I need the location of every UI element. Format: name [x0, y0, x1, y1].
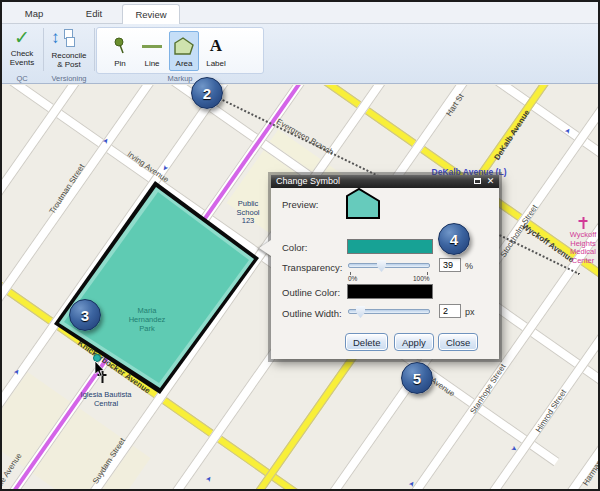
callout-badge-3: 3 — [69, 299, 101, 331]
group-label-markup: Markup — [96, 74, 264, 83]
reconcile-post-label: Reconcile & Post — [45, 51, 93, 69]
transparency-slider-thumb[interactable] — [377, 260, 386, 272]
close-icon[interactable]: ✕ — [485, 176, 496, 187]
group-label-qc: QC — [2, 74, 42, 83]
delete-button[interactable]: Delete — [345, 333, 388, 351]
mouse-cursor — [94, 361, 106, 381]
poi-label: Maria Hernandez Park — [129, 306, 166, 333]
transparency-unit: % — [465, 261, 473, 271]
callout-badge-2: 2 — [191, 77, 223, 109]
color-label: Color: — [282, 242, 307, 253]
dialog-callout-arrow — [259, 240, 271, 256]
oneway-arrow-icon: ➤ — [204, 474, 214, 483]
street-label: Himrod Street — [534, 388, 568, 434]
app-window: Map Edit Review ✓ Check Events QC ↕ Reco… — [0, 0, 600, 491]
line-label: Line — [138, 59, 166, 68]
symbol-preview — [345, 187, 381, 220]
area-icon — [170, 35, 198, 57]
street-label: DeKalb Avenue — [492, 108, 531, 162]
group-separator — [94, 28, 95, 71]
maximize-icon[interactable] — [472, 176, 483, 187]
outline-width-unit: px — [465, 307, 475, 317]
tab-map[interactable]: Map — [6, 4, 62, 24]
poi-label: Iglesia Bautista Central — [81, 391, 132, 408]
transparency-slider-track[interactable]: 0% 100% — [348, 263, 430, 268]
callout-badge-4: 4 — [438, 223, 470, 255]
close-button[interactable]: Close — [438, 333, 478, 351]
tab-review[interactable]: Review — [122, 4, 180, 24]
group-separator — [43, 28, 44, 71]
poi-label: Wyckoff Heights Medical Center — [570, 231, 596, 265]
markup-group-box: Pin Line Area A Label — [96, 27, 264, 74]
outline-color-label: Outline Color: — [282, 287, 340, 298]
outline-width-slider-thumb[interactable] — [356, 306, 365, 318]
outline-color-swatch[interactable] — [347, 284, 433, 299]
label-icon: A — [202, 35, 230, 57]
updown-arrow-icon: ↕ — [51, 28, 60, 48]
tab-edit[interactable]: Edit — [66, 4, 122, 24]
outline-width-input[interactable] — [439, 304, 461, 318]
ribbon-tab-row: Map Edit Review — [2, 2, 598, 24]
transparency-min-label: 0% — [348, 275, 357, 282]
check-icon: ✓ — [2, 28, 42, 48]
transparency-max-label: 100% — [413, 275, 430, 282]
ribbon: Map Edit Review ✓ Check Events QC ↕ Reco… — [2, 2, 598, 84]
pin-tool-button[interactable]: Pin — [105, 31, 135, 71]
outline-width-label: Outline Width: — [282, 308, 342, 319]
check-events-label: Check Events — [2, 49, 42, 67]
change-symbol-dialog: Change Symbol ✕ Preview: Color: Transpar… — [271, 175, 499, 359]
outline-width-slider-track[interactable] — [348, 309, 430, 314]
check-events-button[interactable]: ✓ Check Events — [2, 28, 42, 72]
area-label: Area — [170, 59, 198, 68]
poi-label: Public School 123 — [237, 200, 260, 226]
dialog-title-bar[interactable]: Change Symbol — [271, 175, 499, 188]
map-canvas[interactable]: Troutman StreetIrving AvenueEvergreen Br… — [2, 85, 598, 489]
label-tool-button[interactable]: A Label — [201, 31, 231, 71]
transparency-label: Transparency: — [282, 262, 342, 273]
reconcile-post-button[interactable]: ↕ Reconcile & Post — [45, 28, 93, 72]
line-tool-button[interactable]: Line — [137, 31, 167, 71]
fill-color-swatch[interactable] — [347, 239, 433, 254]
label-label: Label — [202, 59, 230, 68]
preview-label: Preview: — [282, 199, 318, 210]
callout-badge-5: 5 — [401, 362, 433, 394]
hospital-cross-icon — [579, 217, 588, 229]
reconcile-icon: ↕ — [45, 28, 93, 50]
pin-label: Pin — [106, 59, 134, 68]
line-icon — [138, 35, 166, 57]
pin-icon — [106, 35, 134, 57]
group-label-versioning: Versioning — [45, 74, 93, 83]
document-icon — [66, 37, 75, 47]
transparency-input[interactable] — [439, 258, 461, 272]
area-tool-button[interactable]: Area — [169, 31, 199, 71]
apply-button[interactable]: Apply — [394, 333, 434, 351]
